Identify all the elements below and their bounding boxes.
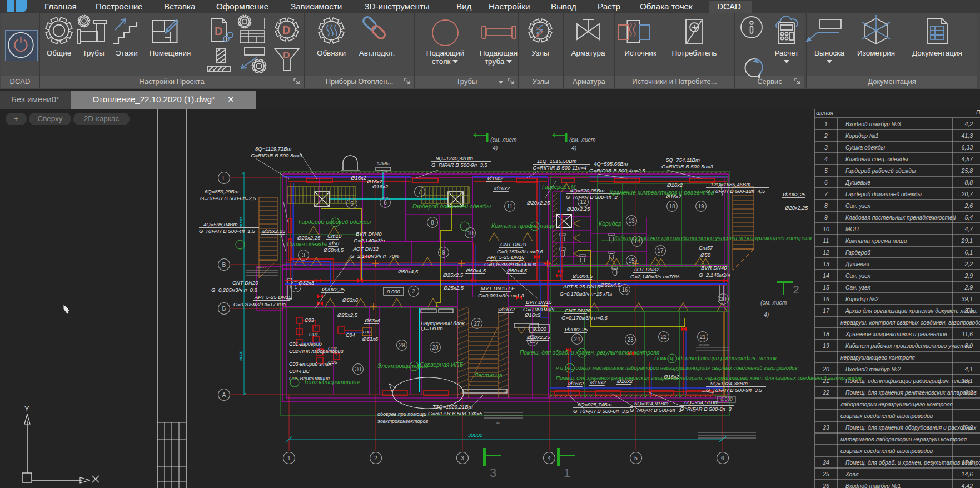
svg-text:1: 1: [564, 466, 570, 480]
svg-text:25: 25: [529, 338, 536, 344]
svg-text:2: 2: [412, 288, 415, 295]
svg-text:АРТ 5-25 DN15: АРТ 5-25 DN15: [563, 283, 600, 290]
svg-text:11: 11: [507, 203, 513, 210]
svg-text:МОП: МОП: [845, 226, 859, 232]
svg-text:Ø25x2,5: Ø25x2,5: [337, 312, 358, 318]
svg-text:В: В: [222, 261, 226, 268]
svg-text:Ø20x2,25: Ø20x2,25: [782, 191, 806, 197]
svg-text:25: 25: [822, 471, 829, 477]
svg-text:15: 15: [823, 284, 829, 291]
svg-text:Душевая: Душевая: [845, 261, 869, 267]
svg-text:BVR DN15: BVR DN15: [526, 299, 552, 305]
svg-text:2: 2: [824, 132, 828, 139]
svg-text:С02-ЛНК лаборатории: С02-ЛНК лаборатории: [289, 348, 344, 354]
svg-text:G=RIFAR B 500-6п=3: G=RIFAR B 500-6п=3: [630, 407, 681, 413]
svg-text:С03: С03: [305, 317, 314, 323]
svg-text:28: 28: [432, 345, 439, 351]
svg-text:10: 10: [467, 230, 474, 236]
svg-text:G=0,205м3/ч п=0,8: G=0,205м3/ч п=0,8: [211, 287, 257, 293]
svg-text:Архив для организации хранения: Архив для организации хранения докумен. …: [845, 308, 978, 314]
svg-text:Сушка одежды: Сушка одежды: [287, 241, 328, 247]
svg-text:0.000: 0.000: [387, 288, 400, 295]
svg-text:17,8: 17,8: [962, 459, 973, 466]
svg-text:4,57: 4,57: [962, 156, 974, 162]
svg-text:20: 20: [822, 366, 829, 372]
svg-text:Ø50x4,5: Ø50x4,5: [397, 268, 419, 275]
svg-text:Холл: Холл: [845, 471, 859, 477]
svg-text:Т3Q=1920,21Вт: Т3Q=1920,21Вт: [432, 404, 473, 410]
svg-text:Сан. узел: Сан. узел: [845, 285, 870, 291]
svg-text:8: 8: [431, 220, 434, 226]
svg-text:Ст10: Ст10: [327, 233, 342, 239]
svg-text:обогрев при помощи: обогрев при помощи: [377, 411, 426, 417]
svg-text:16: 16: [823, 296, 829, 302]
svg-text:4,7: 4,7: [964, 226, 973, 232]
svg-text:Y: Y: [24, 405, 29, 413]
svg-text:4: 4: [824, 156, 828, 162]
svg-text:4Q=598,04Вт: 4Q=598,04Вт: [203, 221, 238, 227]
svg-text:12Q=1686,46Вт: 12Q=1686,46Вт: [710, 181, 750, 187]
svg-text:12: 12: [580, 199, 586, 205]
svg-text:хх-хххх: хх-хххх: [699, 343, 710, 346]
svg-text:С01: С01: [309, 332, 319, 337]
svg-text:G=2,140м3/ч п=70%: G=2,140м3/ч п=70%: [350, 253, 400, 259]
svg-text:13: 13: [823, 261, 829, 267]
svg-text:8: 8: [824, 202, 828, 209]
svg-text:Кладовая спец. одежды: Кладовая спец. одежды: [845, 156, 908, 162]
svg-text:BVR DN40: BVR DN40: [356, 231, 382, 237]
svg-text:Ø20x2,25: Ø20x2,25: [566, 206, 590, 212]
svg-text:хх: хх: [496, 421, 500, 424]
svg-text:Ø25x2,5: Ø25x2,5: [443, 285, 464, 291]
svg-text:4,2: 4,2: [964, 121, 973, 127]
svg-text:29: 29: [399, 342, 405, 348]
svg-text:11: 11: [823, 237, 829, 244]
svg-text:3: 3: [824, 144, 828, 151]
svg-text:П: П: [976, 109, 980, 116]
svg-text:1: 1: [294, 284, 297, 290]
svg-text:6000: 6000: [238, 217, 243, 227]
svg-text:Гардероб ГМ: Гардероб ГМ: [542, 184, 576, 190]
svg-text:неразрушающего контроля: неразрушающего контроля: [840, 355, 915, 361]
svg-text:8,1: 8,1: [964, 307, 973, 314]
svg-text:G=RIFAR B 500-4п=1,5: G=RIFAR B 500-4п=1,5: [199, 228, 255, 234]
svg-text:27: 27: [474, 321, 480, 327]
svg-text:Ø16x2: Ø16x2: [350, 175, 367, 181]
svg-text:G=0,091м3/ч п=1,3: G=0,091м3/ч п=1,3: [478, 292, 524, 298]
svg-text:Ø20x2,25: Ø20x2,25: [784, 205, 808, 211]
svg-text:Ø50: Ø50: [700, 252, 711, 258]
svg-text:АОТ DN32: АОТ DN32: [352, 246, 379, 252]
svg-text:Ø50: Ø50: [329, 240, 340, 246]
svg-text:5Q=754,11Вт: 5Q=754,11Вт: [666, 157, 700, 163]
svg-text:16: 16: [621, 287, 628, 293]
svg-text:Кладовая постельных пренадлежн: Кладовая постельных пренадлежностей: [845, 215, 956, 221]
svg-text:G=0,091м3/ч: G=0,091м3/ч: [523, 306, 554, 312]
svg-text:6: 6: [384, 200, 387, 206]
svg-text:Сан. узел: Сан. узел: [845, 203, 870, 209]
svg-text:Ø16x2: Ø16x2: [524, 312, 541, 318]
svg-text:Коридор: Коридор: [599, 220, 621, 227]
svg-text:6,3: 6,3: [964, 389, 973, 396]
svg-text:АРТ 5-25 DN15: АРТ 5-25 DN15: [254, 294, 292, 300]
svg-text:6Q=925,74Вт: 6Q=925,74Вт: [578, 401, 612, 407]
svg-text:G=RIFAR B 500-5п=3: G=RIFAR B 500-5п=3: [661, 163, 713, 170]
svg-text:Кабинет рабочих производственн: Кабинет рабочих производственного участк…: [845, 343, 971, 349]
svg-text:(см. лист: (см. лист: [569, 136, 596, 143]
svg-text:Ø16x2: Ø16x2: [666, 182, 683, 188]
svg-text:23: 23: [627, 337, 634, 343]
svg-text:20: 20: [720, 296, 727, 302]
svg-text:CNT DN20: CNT DN20: [565, 307, 591, 313]
svg-text:Сушка одежды: Сушка одежды: [845, 145, 886, 151]
svg-text:9Q=1240,92Вт: 9Q=1240,92Вт: [436, 155, 473, 161]
svg-text:электроконвекторов: электроконвекторов: [377, 419, 429, 424]
svg-text:G=RIFAR B 500-9п=3,5: G=RIFAR B 500-9п=3,5: [706, 387, 762, 393]
svg-text:Хранение химреактивов и реаген: Хранение химреактивов и реагентов: [609, 189, 714, 196]
svg-text:2,9: 2,9: [964, 284, 973, 291]
svg-text:Помещ. для хранения оборудован: Помещ. для хранения оборудования и расхо…: [845, 425, 977, 431]
svg-text:Помещ. для хранения рентгеновс: Помещ. для хранения рентгеновских аппара…: [845, 390, 977, 396]
svg-text:Ø63x6: Ø63x6: [342, 297, 359, 303]
svg-text:7: 7: [824, 191, 828, 197]
svg-text:Г: Г: [222, 175, 226, 181]
svg-text:20,7: 20,7: [961, 191, 974, 197]
svg-text:10: 10: [823, 226, 829, 232]
svg-text:Ø50x4,5: Ø50x4,5: [506, 267, 528, 273]
